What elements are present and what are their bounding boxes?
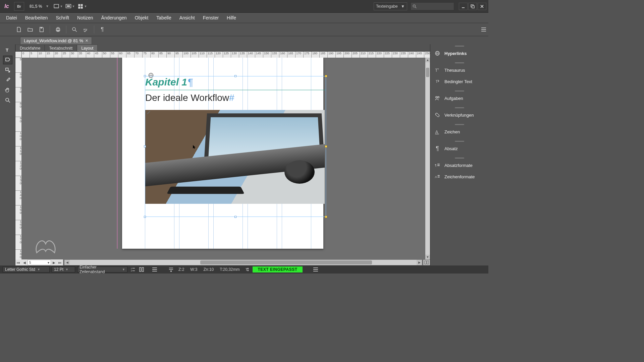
- scroll-up-icon[interactable]: ▲: [425, 58, 430, 62]
- text-frame[interactable]: Kapitel 1¶ Der ideale Workflow#: [145, 76, 326, 217]
- position-tool[interactable]: [3, 66, 12, 74]
- zoom-tool[interactable]: [3, 96, 12, 105]
- status-zn: Zn:10: [203, 267, 214, 272]
- minimize-button[interactable]: [459, 3, 468, 10]
- panel-assignments[interactable]: Aufgaben: [430, 93, 488, 104]
- panel-conditional-text[interactable]: T Bedingter Text: [430, 76, 488, 87]
- menu-tabelle[interactable]: Tabelle: [152, 13, 175, 23]
- bridge-button[interactable]: Br: [14, 2, 24, 11]
- horizontal-scrollbar[interactable]: ◀ ▶: [64, 260, 422, 265]
- ruler-horizontal[interactable]: 0510152025303540455055606570758085909510…: [21, 52, 430, 58]
- ruler-vertical[interactable]: 560708090100110120130140150160170180: [15, 58, 21, 259]
- search-icon: [71, 26, 77, 33]
- print-button[interactable]: [53, 25, 63, 34]
- type-tool[interactable]: T: [3, 46, 12, 54]
- document-viewport[interactable]: 560708090100110120130140150160170180 Kap…: [15, 58, 430, 259]
- handle-se[interactable]: [325, 216, 327, 218]
- menu-aenderungen[interactable]: Änderungen: [97, 13, 131, 23]
- menu-objekt[interactable]: Objekt: [131, 13, 152, 23]
- maximize-button[interactable]: [468, 3, 477, 10]
- panel-hyperlinks[interactable]: Hyperlinks: [430, 48, 488, 59]
- close-tab-icon[interactable]: ✕: [85, 39, 88, 43]
- menu-fenster[interactable]: Fenster: [199, 13, 223, 23]
- arrange-button[interactable]: ▼: [77, 2, 87, 10]
- save-button[interactable]: [37, 25, 46, 34]
- svg-rect-3: [67, 5, 70, 7]
- handle-w[interactable]: [144, 145, 146, 147]
- split-view-button[interactable]: [423, 260, 430, 265]
- scroll-left-icon[interactable]: ◀: [64, 260, 70, 265]
- help-search-input[interactable]: [411, 2, 454, 10]
- font-size-combo[interactable]: 12 Pt▼: [52, 266, 75, 273]
- copyfit-button[interactable]: T: [244, 266, 251, 273]
- spellcheck-button[interactable]: abc: [81, 25, 91, 34]
- hidden-chars-button[interactable]: ¶: [98, 25, 107, 34]
- stats-menu-icon[interactable]: [152, 267, 157, 272]
- document-bottom-bar: ⏮ ◀ 5▾ ▶ ⏭ ◀ ▶: [15, 259, 430, 265]
- handle-e[interactable]: [325, 145, 327, 147]
- menu-hilfe[interactable]: Hilfe: [223, 13, 240, 23]
- panel-character[interactable]: A Zeichen: [430, 126, 488, 137]
- scroll-thumb[interactable]: [200, 260, 372, 264]
- svg-line-20: [75, 30, 77, 32]
- open-button[interactable]: [25, 25, 35, 34]
- document-tab[interactable]: Layout_Workflow.indd @ 81 % ✕: [20, 37, 92, 44]
- handle-s[interactable]: [234, 216, 236, 218]
- first-page-button[interactable]: ⏮: [15, 260, 21, 265]
- menu-bearbeiten[interactable]: Bearbeiten: [21, 13, 52, 23]
- note-tool[interactable]: [3, 56, 12, 64]
- chevron-down-icon: ▼: [84, 5, 87, 8]
- goto-line-button[interactable]: [168, 266, 174, 273]
- hand-tool[interactable]: [3, 86, 12, 95]
- handle-sw[interactable]: [144, 216, 146, 218]
- handle-nw[interactable]: [144, 75, 146, 77]
- panel-character-styles[interactable]: A Zeichenformate: [430, 171, 488, 182]
- menu-datei[interactable]: Datei: [2, 13, 21, 23]
- handle-n[interactable]: [234, 75, 236, 77]
- column-break-button[interactable]: [138, 266, 145, 273]
- eyedropper-tool[interactable]: [3, 76, 12, 84]
- links-icon: [434, 112, 440, 118]
- view-tab-galley[interactable]: Druckfahne: [15, 45, 45, 51]
- view-tab-layout[interactable]: Layout: [77, 45, 98, 51]
- status-w: W:3: [190, 267, 197, 272]
- vertical-scrollbar[interactable]: ▲ ▼: [425, 58, 430, 259]
- ruler-origin[interactable]: [15, 52, 21, 58]
- canvas[interactable]: Kapitel 1¶ Der ideale Workflow#: [21, 58, 430, 259]
- chevron-down-icon: ▼: [401, 4, 405, 9]
- view-options-button[interactable]: ▼: [53, 2, 63, 10]
- menu-notizen[interactable]: Notizen: [73, 13, 97, 23]
- right-panel-dock: Hyperlinks TT Thesaurus T Bedingter Text…: [430, 44, 488, 265]
- panel-paragraph-styles[interactable]: ¶ Absatzformate: [430, 160, 488, 171]
- guide-pink[interactable]: [117, 58, 117, 249]
- zoom-combo[interactable]: 81,5 % ▼: [28, 2, 51, 10]
- page-number-field[interactable]: 5▾: [28, 260, 51, 265]
- print-icon: [55, 26, 61, 33]
- line-number-button[interactable]: 12: [129, 266, 136, 273]
- workspace-mode-combo[interactable]: Texteingabe ▼: [374, 2, 407, 10]
- leading-combo[interactable]: Einfacher Zeilenabstand▼: [77, 266, 127, 273]
- prev-page-button[interactable]: ◀: [21, 260, 28, 265]
- menu-ansicht[interactable]: Ansicht: [175, 13, 199, 23]
- scroll-thumb[interactable]: [426, 68, 429, 77]
- new-button[interactable]: [14, 25, 23, 34]
- font-family-combo[interactable]: Letter Gothic Std▼: [3, 266, 50, 273]
- screen-mode-button[interactable]: ▼: [65, 2, 75, 10]
- scroll-down-icon[interactable]: ▼: [425, 255, 430, 259]
- panel-links[interactable]: Verknüpfungen: [430, 109, 488, 121]
- scroll-right-icon[interactable]: ▶: [417, 260, 422, 265]
- status-menu-icon[interactable]: [313, 267, 318, 272]
- panel-thesaurus[interactable]: TT Thesaurus: [430, 64, 488, 76]
- close-button[interactable]: [478, 3, 486, 10]
- last-page-button[interactable]: ⏭: [57, 260, 63, 265]
- placed-image[interactable]: [145, 110, 325, 204]
- menu-schrift[interactable]: Schrift: [52, 13, 73, 23]
- strip-menu-button[interactable]: [479, 25, 488, 34]
- next-page-button[interactable]: ▶: [51, 260, 57, 265]
- handle-ne[interactable]: [325, 75, 327, 77]
- svg-rect-42: [437, 164, 440, 165]
- open-icon: [27, 26, 33, 33]
- find-button[interactable]: [70, 25, 79, 34]
- panel-paragraph[interactable]: ¶ Absatz: [430, 143, 488, 154]
- view-tab-story[interactable]: Textabschnitt: [45, 45, 77, 51]
